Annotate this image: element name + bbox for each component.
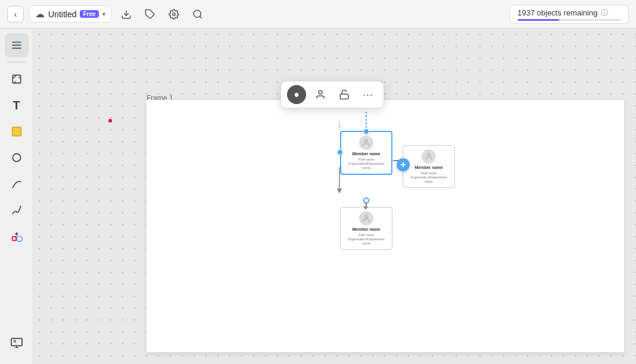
handle-left[interactable] [337, 149, 343, 155]
settings-button[interactable] [164, 5, 183, 24]
search-button[interactable] [188, 5, 207, 24]
presenter-tool[interactable] [5, 331, 29, 354]
counter-text: 1937 objects remaining [517, 8, 597, 17]
svg-line-4 [199, 16, 201, 18]
svg-point-3 [194, 10, 201, 17]
svg-rect-9 [13, 75, 20, 83]
org-node-2-avatar [422, 149, 436, 164]
svg-point-16 [14, 211, 15, 213]
topbar-left: ‹ ☁ Untitled Free ▾ [7, 5, 505, 24]
svg-point-32 [365, 215, 368, 218]
org-node-1[interactable]: Member name Role nameOrganization/Depart… [340, 131, 392, 175]
svg-rect-21 [11, 338, 22, 346]
user-button[interactable] [311, 85, 330, 104]
org-node-3-role: Role nameOrganization/Department name [344, 233, 388, 246]
floating-toolbar: ● ··· [280, 81, 384, 108]
svg-rect-24 [13, 340, 16, 343]
svg-point-19 [17, 236, 22, 241]
text-tool-icon: T [13, 99, 20, 112]
counter-bar-fill [517, 19, 559, 21]
org-node-2[interactable]: Member name Role nameOrganization/Depart… [403, 145, 455, 188]
org-node-1-name: Member name [352, 152, 380, 156]
org-node-2-role: Role nameOrganization/Department name [407, 171, 451, 184]
org-node-3[interactable]: Member name Role nameOrganization/Depart… [340, 207, 392, 250]
svg-point-15 [13, 153, 20, 161]
tag-button[interactable] [141, 5, 160, 24]
org-node-3-avatar [359, 211, 373, 225]
org-node-3-name: Member name [352, 227, 380, 231]
pen-tool[interactable] [5, 198, 29, 222]
svg-rect-8 [14, 41, 18, 43]
connector-top-dash [366, 112, 367, 128]
org-node-2-name: Member name [414, 165, 442, 170]
left-sidebar: T [0, 29, 33, 364]
chevron-icon: ▾ [102, 11, 105, 17]
sidebar-divider-1 [7, 62, 26, 62]
cloud-icon: ☁ [35, 8, 45, 20]
unlock-button[interactable] [335, 85, 354, 104]
line-tool[interactable] [5, 172, 29, 196]
svg-point-25 [319, 90, 322, 94]
back-button[interactable]: ‹ [7, 6, 24, 23]
handle-bottom[interactable] [363, 197, 369, 203]
svg-rect-20 [12, 237, 15, 240]
org-node-1-avatar [359, 136, 373, 150]
layers-tool[interactable] [5, 33, 29, 57]
doc-name: Untitled [48, 10, 76, 19]
text-tool[interactable]: T [5, 93, 29, 117]
connector-arrow [363, 206, 368, 210]
sticky-tool[interactable] [5, 120, 29, 143]
handle-top[interactable] [363, 128, 369, 134]
shape-tool[interactable] [5, 146, 29, 170]
canvas-area[interactable]: Frame 1 ● ··· [33, 29, 636, 364]
red-dot [108, 119, 112, 123]
org-node-1-role: Role nameOrganization/Department name [345, 158, 388, 170]
circle-color-button[interactable]: ● [287, 85, 306, 104]
svg-rect-26 [340, 94, 348, 99]
svg-point-31 [428, 153, 431, 156]
doc-title-area[interactable]: ☁ Untitled Free ▾ [29, 5, 112, 23]
svg-point-2 [172, 12, 175, 15]
counter-bar [517, 19, 621, 21]
svg-rect-14 [12, 127, 21, 136]
svg-point-30 [365, 140, 368, 143]
plus-button[interactable]: + [397, 158, 410, 171]
objects-counter: 1937 objects remaining ⓘ [510, 5, 629, 24]
more-button[interactable]: ··· [358, 85, 378, 104]
topbar: ‹ ☁ Untitled Free ▾ [0, 0, 636, 29]
main-layout: T [0, 29, 636, 364]
info-icon: ⓘ [601, 8, 608, 18]
objects-counter-top: 1937 objects remaining ⓘ [517, 8, 621, 18]
insert-tool[interactable] [5, 224, 29, 248]
download-button[interactable] [117, 5, 136, 24]
sidebar-bottom [5, 331, 29, 359]
free-badge: Free [80, 10, 98, 18]
frame-tool[interactable] [5, 67, 29, 91]
